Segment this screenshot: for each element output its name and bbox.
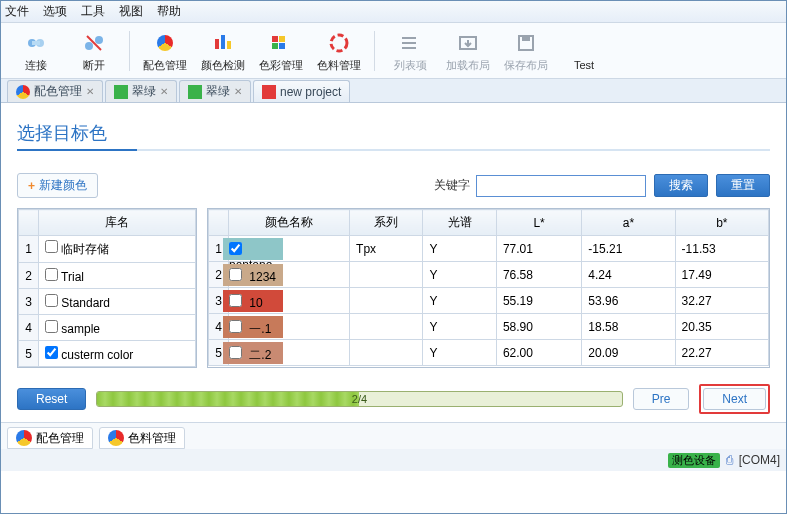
menu-view[interactable]: 视图 bbox=[119, 3, 143, 20]
svg-rect-9 bbox=[272, 36, 278, 42]
close-icon[interactable]: ✕ bbox=[86, 86, 94, 97]
L-cell: 62.00 bbox=[496, 340, 581, 366]
library-cell[interactable]: custerm color bbox=[39, 341, 196, 367]
row-checkbox[interactable] bbox=[45, 320, 58, 333]
spectrum-cell: Y bbox=[423, 236, 496, 262]
row-checkbox[interactable] bbox=[229, 268, 242, 281]
tab-green-2[interactable]: 翠绿✕ bbox=[179, 80, 251, 102]
row-checkbox[interactable] bbox=[45, 268, 58, 281]
table-row[interactable]: 3 Standard bbox=[19, 289, 196, 315]
row-checkbox[interactable] bbox=[229, 294, 242, 307]
table-row[interactable]: 5 二.2 Y 62.00 20.09 22.27 bbox=[209, 340, 769, 366]
tab-strip: 配色管理✕ 翠绿✕ 翠绿✕ new project bbox=[1, 79, 786, 103]
tab-green-1[interactable]: 翠绿✕ bbox=[105, 80, 177, 102]
row-checkbox[interactable] bbox=[229, 242, 242, 255]
menu-help[interactable]: 帮助 bbox=[157, 3, 181, 20]
color-name-cell[interactable]: pantone 14-4511 bbox=[229, 236, 350, 262]
row-checkbox[interactable] bbox=[45, 294, 58, 307]
search-button[interactable]: 搜索 bbox=[654, 174, 708, 197]
table-row[interactable]: 5 custerm color bbox=[19, 341, 196, 367]
table-row[interactable]: 2 Trial bbox=[19, 263, 196, 289]
toolbar-test[interactable]: Test bbox=[555, 30, 613, 71]
col-b: b* bbox=[675, 210, 768, 236]
table-row[interactable]: 1 pantone 14-4511 Tpx Y 77.01 -15.21 -11… bbox=[209, 236, 769, 262]
series-cell: Tpx bbox=[350, 236, 423, 262]
toolbar-save-layout[interactable]: 保存布局 bbox=[497, 29, 555, 73]
svg-rect-16 bbox=[402, 47, 416, 49]
table-row[interactable]: 4 sample bbox=[19, 315, 196, 341]
col-spectrum: 光谱 bbox=[423, 210, 496, 236]
keyword-input[interactable] bbox=[476, 175, 646, 197]
toolbar-color-detect[interactable]: 颜色检测 bbox=[194, 29, 252, 73]
col-color-name: 颜色名称 bbox=[229, 210, 350, 236]
material-icon bbox=[325, 29, 353, 57]
spectrum-cell: Y bbox=[423, 340, 496, 366]
palette-icon bbox=[151, 29, 179, 57]
row-checkbox[interactable] bbox=[229, 346, 242, 359]
toolbar-color-mgmt[interactable]: 配色管理 bbox=[136, 29, 194, 73]
svg-rect-19 bbox=[522, 36, 530, 41]
library-cell[interactable]: 临时存储 bbox=[39, 236, 196, 263]
library-cell[interactable]: Standard bbox=[39, 289, 196, 315]
toolbar-disconnect[interactable]: 断开 bbox=[65, 29, 123, 73]
page-title: 选择目标色 bbox=[17, 121, 770, 145]
row-number: 2 bbox=[19, 263, 39, 289]
series-cell bbox=[350, 288, 423, 314]
color-name-cell[interactable]: 10 bbox=[229, 288, 350, 314]
close-icon[interactable]: ✕ bbox=[234, 86, 242, 97]
a-cell: 18.58 bbox=[582, 314, 675, 340]
new-color-button[interactable]: + 新建颜色 bbox=[17, 173, 98, 198]
progress-text: 2/4 bbox=[352, 392, 367, 406]
col-series: 系列 bbox=[350, 210, 423, 236]
progress-bar: 2/4 bbox=[96, 391, 622, 407]
row-number: 3 bbox=[19, 289, 39, 315]
tab-new-project[interactable]: new project bbox=[253, 80, 350, 102]
table-row[interactable]: 4 一.1 Y 58.90 18.58 20.35 bbox=[209, 314, 769, 340]
library-cell[interactable]: sample bbox=[39, 315, 196, 341]
toolbar: 连接 断开 配色管理 颜色检测 色彩管理 色料管理 列表项 加载布局 保存布局 … bbox=[1, 23, 786, 79]
b-cell: 17.49 bbox=[675, 262, 768, 288]
table-row[interactable]: 2 1234 Y 76.58 4.24 17.49 bbox=[209, 262, 769, 288]
color-name-cell[interactable]: 一.1 bbox=[229, 314, 350, 340]
bottom-tab-material-mgmt[interactable]: 色料管理 bbox=[99, 427, 185, 449]
table-row[interactable]: 3 10 Y 55.19 53.96 32.27 bbox=[209, 288, 769, 314]
table-row[interactable]: 1 临时存储 bbox=[19, 236, 196, 263]
color-name-cell[interactable]: 二.2 bbox=[229, 340, 350, 366]
close-icon[interactable]: ✕ bbox=[160, 86, 168, 97]
library-cell[interactable]: Trial bbox=[39, 263, 196, 289]
toolbar-color-ctrl-mgmt[interactable]: 色彩管理 bbox=[252, 29, 310, 73]
tab-color-mgmt[interactable]: 配色管理✕ bbox=[7, 80, 103, 102]
reset-search-button[interactable]: 重置 bbox=[716, 174, 770, 197]
bottom-tab-color-mgmt[interactable]: 配色管理 bbox=[7, 427, 93, 449]
pre-button[interactable]: Pre bbox=[633, 388, 690, 410]
bottom-tabs: 配色管理 色料管理 bbox=[1, 422, 786, 449]
row-checkbox[interactable] bbox=[45, 346, 58, 359]
svg-rect-2 bbox=[32, 41, 40, 45]
svg-point-4 bbox=[95, 36, 103, 44]
toolbar-load-layout[interactable]: 加载布局 bbox=[439, 29, 497, 73]
save-layout-icon bbox=[512, 29, 540, 57]
toolbar-connect[interactable]: 连接 bbox=[7, 29, 65, 73]
a-cell: 4.24 bbox=[582, 262, 675, 288]
color-name-cell[interactable]: 1234 bbox=[229, 262, 350, 288]
menu-file[interactable]: 文件 bbox=[5, 3, 29, 20]
toolbar-list[interactable]: 列表项 bbox=[381, 29, 439, 73]
reset-button[interactable]: Reset bbox=[17, 388, 86, 410]
row-checkbox[interactable] bbox=[45, 240, 58, 253]
menu-tools[interactable]: 工具 bbox=[81, 3, 105, 20]
row-number: 1 bbox=[19, 236, 39, 263]
b-cell: -11.53 bbox=[675, 236, 768, 262]
disconnect-icon bbox=[80, 29, 108, 57]
toolbar-material-mgmt[interactable]: 色料管理 bbox=[310, 29, 368, 73]
title-underline bbox=[17, 149, 770, 151]
row-checkbox[interactable] bbox=[229, 320, 242, 333]
palette-icon bbox=[16, 430, 32, 446]
next-button[interactable]: Next bbox=[703, 388, 766, 410]
a-cell: -15.21 bbox=[582, 236, 675, 262]
menu-options[interactable]: 选项 bbox=[43, 3, 67, 20]
col-a: a* bbox=[582, 210, 675, 236]
col-L: L* bbox=[496, 210, 581, 236]
svg-rect-8 bbox=[227, 41, 231, 49]
red-swatch-icon bbox=[262, 85, 276, 99]
actions-row: + 新建颜色 关键字 搜索 重置 bbox=[17, 173, 770, 198]
